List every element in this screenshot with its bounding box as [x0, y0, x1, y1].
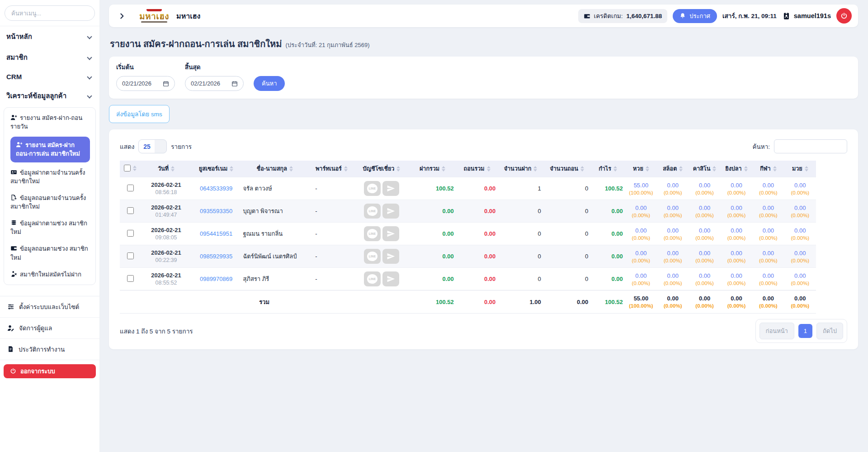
start-date-input[interactable]: 02/21/2026 — [116, 76, 175, 91]
username-link[interactable]: 0954415951 — [200, 230, 232, 237]
username-link[interactable]: 0643533939 — [200, 185, 232, 192]
sort-icon[interactable] — [580, 166, 584, 171]
sidebar-tool-1[interactable]: จัดการผู้ดูแล — [0, 318, 99, 339]
telegram-icon[interactable] — [382, 226, 399, 241]
row-checkbox[interactable] — [127, 230, 134, 237]
column-header-label: สล็อต — [663, 164, 677, 173]
column-header-6[interactable]: ถอนรวม — [456, 161, 498, 177]
sort-icon[interactable] — [487, 166, 491, 171]
username-link[interactable]: 0985929935 — [200, 253, 232, 260]
sidebar-item-6[interactable]: สมาชิกใหม่สมัครไม่ฝาก — [5, 266, 94, 283]
column-header-7[interactable]: จำนวนฝาก — [498, 161, 543, 177]
username-link[interactable]: 0989970869 — [200, 276, 232, 282]
sort-icon[interactable] — [712, 166, 716, 171]
column-header-13[interactable]: ยิงปลา — [721, 161, 752, 177]
telegram-icon[interactable] — [382, 181, 399, 196]
telegram-icon[interactable] — [382, 204, 399, 219]
game-cell-4: 0.00 (0.00%) — [752, 177, 784, 200]
sidebar-item-1[interactable]: รายงาน สมัคร-ฝากถอน-การเล่น สมาชิกใหม่ — [10, 137, 90, 162]
row-checkbox[interactable] — [127, 185, 134, 191]
sort-icon[interactable] — [230, 166, 233, 171]
username-link[interactable]: 0935593350 — [200, 208, 232, 214]
game-cell-1: 0.00 (0.00%) — [657, 245, 689, 268]
line-icon[interactable]: LINE — [364, 226, 381, 241]
sidebar-collapse-button[interactable] — [116, 10, 127, 22]
current-page-button[interactable]: 1 — [798, 324, 812, 338]
game-percent: (0.00%) — [723, 280, 750, 286]
sidebar-search-wrap — [0, 0, 99, 26]
sort-icon[interactable] — [773, 166, 777, 171]
game-percent: (0.00%) — [755, 235, 782, 241]
line-icon[interactable]: LINE — [364, 271, 381, 286]
game-value: 0.00 — [659, 182, 686, 189]
sidebar-item-4[interactable]: ข้อมูลฝากตามช่วง สมาชิกใหม่ — [5, 215, 94, 240]
column-header-label: ยิงปลา — [725, 164, 741, 173]
game-cell-1: 0.00 (0.00%) — [657, 290, 689, 314]
column-header-4[interactable]: บัญชีโซเชี่ยว — [354, 161, 409, 177]
sort-icon[interactable] — [613, 166, 617, 171]
column-header-1[interactable]: ยูสเซอร์เนม — [192, 161, 241, 177]
game-cell-1: 0.00 (0.00%) — [657, 268, 689, 290]
sort-icon[interactable] — [442, 166, 445, 171]
sort-icon[interactable] — [171, 166, 175, 171]
telegram-icon[interactable] — [382, 249, 399, 264]
menu-search-input[interactable] — [5, 5, 95, 21]
brand-name: มหาเฮง — [176, 10, 200, 22]
sidebar-item-5[interactable]: ข้อมูลถอนตามช่วง สมาชิกใหม่ — [5, 240, 94, 266]
column-header-9[interactable]: กำไร — [590, 161, 625, 177]
sort-icon[interactable] — [744, 166, 748, 171]
prev-page-button[interactable]: ก่อนหน้า — [760, 323, 794, 339]
column-header-3[interactable]: พาร์ทเนอร์ — [309, 161, 354, 177]
sort-icon[interactable] — [133, 166, 137, 171]
sidebar-item-3[interactable]: ข้อมูลถอนตามจำนวนครั้ง สมาชิกใหม่ — [5, 190, 94, 215]
sort-icon[interactable] — [679, 166, 683, 171]
column-header-10[interactable]: หวย — [625, 161, 657, 177]
calendar-icon[interactable] — [163, 81, 169, 87]
announce-button[interactable]: ประกาศ — [673, 9, 717, 23]
sort-icon[interactable] — [344, 166, 348, 171]
telegram-icon[interactable] — [382, 271, 399, 286]
power-icon — [840, 12, 848, 19]
sidebar-tool-0[interactable]: ตั้งค่าระบบและเว็บไซต์ — [0, 296, 99, 318]
sidebar-tool-2[interactable]: ประวัติการทำงาน — [0, 339, 99, 360]
sidebar-section-3[interactable]: วิเคราะห์ข้อมูลลูกค้า — [0, 86, 99, 106]
search-button[interactable]: ค้นหา — [254, 76, 285, 91]
profit-cell: 0.00 — [590, 200, 625, 223]
next-page-button[interactable]: ถัดไป — [816, 323, 843, 339]
row-checkbox[interactable] — [127, 252, 134, 259]
sort-icon[interactable] — [646, 166, 649, 171]
row-checkbox[interactable] — [127, 207, 134, 214]
sidebar-item-2[interactable]: ข้อมูลฝากตามจำนวนครั้ง สมาชิกใหม่ — [5, 164, 94, 190]
sort-icon[interactable] — [396, 166, 400, 171]
sort-icon[interactable] — [533, 166, 537, 171]
sort-icon[interactable] — [289, 166, 293, 171]
column-header-12[interactable]: คาสิโน — [689, 161, 720, 177]
logout-button[interactable]: ออกจากระบบ — [4, 364, 96, 378]
header-logout-button[interactable] — [836, 8, 852, 24]
send-sms-button[interactable]: ส่งข้อมูลโดย sms — [109, 105, 170, 123]
column-header-14[interactable]: กีฬา — [752, 161, 784, 177]
game-percent: (0.00%) — [691, 212, 718, 218]
sort-icon[interactable] — [805, 166, 808, 171]
line-icon[interactable]: LINE — [364, 204, 381, 219]
column-header-11[interactable]: สล็อต — [657, 161, 689, 177]
row-checkbox[interactable] — [127, 275, 134, 282]
column-header-5[interactable]: ฝากรวม — [409, 161, 456, 177]
end-date-input[interactable]: 02/21/2026 — [185, 76, 244, 91]
column-header-label: มวย — [792, 164, 802, 173]
column-header-2[interactable]: ชื่อ-นามสกุล — [241, 161, 309, 177]
line-icon[interactable]: LINE — [364, 181, 381, 196]
sidebar-section-1[interactable]: สมาชิก — [0, 47, 99, 68]
sidebar-item-0[interactable]: รายงาน สมัคร-ฝาก-ถอน รายวัน — [5, 109, 94, 135]
line-icon[interactable]: LINE — [364, 249, 381, 264]
column-header-8[interactable]: จำนวนถอน — [543, 161, 591, 177]
user-menu[interactable]: samuel191s — [782, 12, 831, 20]
column-header-0[interactable]: วันที่ — [141, 161, 192, 177]
table-search-input[interactable] — [774, 139, 847, 153]
sidebar-section-2[interactable]: CRM — [0, 68, 99, 86]
column-header-15[interactable]: มวย — [784, 161, 816, 177]
sidebar-section-0[interactable]: หน้าหลัก — [0, 26, 99, 47]
page-length-input[interactable] — [138, 139, 167, 153]
select-all-checkbox[interactable] — [124, 165, 131, 171]
calendar-icon[interactable] — [231, 81, 238, 87]
